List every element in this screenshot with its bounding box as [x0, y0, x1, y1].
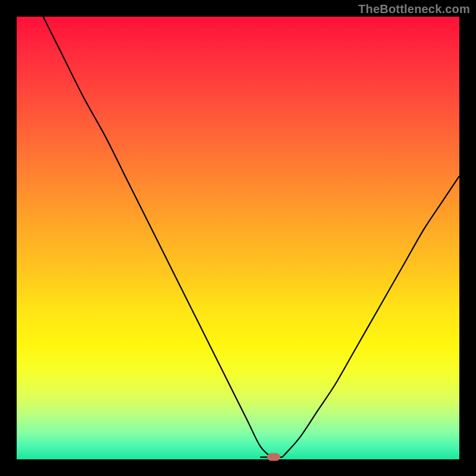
bottleneck-curve-right [282, 176, 459, 457]
optimal-point-marker [267, 453, 280, 461]
bottleneck-curve-left [43, 17, 271, 457]
curve-svg [17, 17, 459, 459]
watermark-text: TheBottleneck.com [358, 2, 470, 16]
chart-frame: TheBottleneck.com [0, 0, 476, 476]
plot-area [17, 17, 459, 459]
